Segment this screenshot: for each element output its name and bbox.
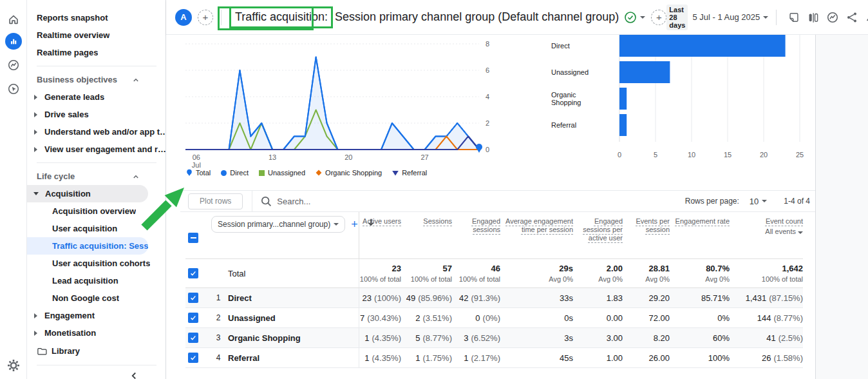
rows-per-page-label: Rows per page: <box>685 197 739 206</box>
reports-sidebar: Reports snapshot Realtime overview Realt… <box>27 0 166 379</box>
row-checkbox[interactable] <box>188 293 198 303</box>
svg-text:8: 8 <box>486 40 489 48</box>
sidebar-item-acquisition[interactable]: Acquisition <box>27 185 148 202</box>
row-index: 4 <box>211 348 225 367</box>
chevron-down-icon <box>334 223 339 226</box>
svg-text:6: 6 <box>486 66 489 74</box>
svg-text:13: 13 <box>269 153 276 161</box>
explore-icon[interactable] <box>5 57 22 73</box>
sidebar-item-view-user-engagement[interactable]: View user engagement and r… <box>27 141 165 158</box>
svg-text:27: 27 <box>420 153 428 161</box>
sidebar-item-monetisation[interactable]: Monetisation <box>27 324 165 342</box>
table-row: 4 Referral 1(4.35%) 1(1.75%) 1(2.17%) 45… <box>185 348 803 368</box>
sidebar-item-engagement[interactable]: Engagement <box>27 307 165 324</box>
add-comparison-button[interactable]: + <box>198 10 213 25</box>
sessions-over-time-line-chart: 0246806Jul132027 <box>182 36 504 168</box>
chevron-down-icon <box>763 16 768 19</box>
expand-right-icon <box>34 331 37 336</box>
svg-text:20: 20 <box>344 153 352 161</box>
row-dimension[interactable]: Organic Shopping <box>225 328 359 347</box>
sidebar-item-traffic-acquisition[interactable]: Traffic acquisition: Session… <box>27 237 148 255</box>
sidebar-item-drive-sales[interactable]: Drive sales <box>27 106 165 123</box>
sidebar-item-lead-acquisition[interactable]: Lead acquisition <box>27 272 165 289</box>
chevron-down-icon <box>762 200 767 202</box>
home-icon[interactable] <box>5 11 22 28</box>
divider <box>221 10 222 25</box>
chevron-down-icon <box>798 231 803 234</box>
total-checkbox[interactable] <box>188 268 198 278</box>
report-content: 0246806Jul132027 0510152025DirectUnassig… <box>166 35 868 379</box>
dimension-selector[interactable]: Session primary...channel group) <box>211 216 345 233</box>
date-range-picker[interactable]: Last 28 days 5 Jul - 1 Aug 2025 <box>666 5 768 30</box>
svg-text:0: 0 <box>486 146 489 153</box>
legend-item-total[interactable]: Total <box>185 169 211 177</box>
channels-table: Session primary...channel group) + Activ… <box>185 212 803 368</box>
notes-icon[interactable] <box>787 10 800 24</box>
legend-item-unassigned[interactable]: Unassigned <box>258 169 305 177</box>
sidebar-item-user-acquisition[interactable]: User acquisition <box>27 220 165 237</box>
plot-rows-button[interactable]: Plot rows <box>188 193 243 209</box>
svg-text:Jul: Jul <box>192 161 201 168</box>
section-business-objectives[interactable]: Business objectives <box>27 71 165 88</box>
ga4-app: Reports snapshot Realtime overview Realt… <box>0 0 868 379</box>
sidebar-item-reports-snapshot[interactable]: Reports snapshot <box>27 9 165 26</box>
add-metric-button[interactable]: + <box>651 10 666 25</box>
legend-item-organic-shopping[interactable]: Organic Shopping <box>315 169 382 177</box>
magic-insights-icon[interactable] <box>864 10 868 24</box>
reports-icon[interactable] <box>5 33 22 50</box>
svg-text:25: 25 <box>796 151 804 159</box>
divider <box>37 162 156 163</box>
share-icon[interactable] <box>845 10 858 24</box>
advertising-icon[interactable] <box>5 81 22 97</box>
sessions-by-channel-bar-chart: 0510152025DirectUnassignedOrganicShoppin… <box>550 35 827 167</box>
row-dimension[interactable]: Referral <box>225 348 359 367</box>
search-input[interactable] <box>277 197 444 206</box>
insights-icon[interactable] <box>826 10 839 24</box>
search-icon <box>260 195 272 208</box>
row-dimension[interactable]: Direct <box>225 288 359 307</box>
rows-per-page-select[interactable]: 10 <box>750 197 767 206</box>
select-all-checkbox[interactable] <box>188 233 198 243</box>
table-total-row: Total 23100% of total 57100% of total 46… <box>185 259 803 288</box>
column-header-engaged-sessions-per-user: Engaged sessions per active user <box>573 212 623 258</box>
diamond-shape-icon <box>315 169 323 177</box>
table-row: 3 Organic Shopping 1(4.35%) 5(8.77%) 3(6… <box>185 328 803 348</box>
divider <box>37 66 156 66</box>
row-checkbox[interactable] <box>188 353 198 363</box>
row-checkbox[interactable] <box>188 313 198 323</box>
legend-item-referral[interactable]: Referral <box>392 169 427 177</box>
settings-icon[interactable] <box>6 358 21 373</box>
sidebar-item-realtime-pages[interactable]: Realtime pages <box>27 44 165 61</box>
collapse-sidebar-icon[interactable] <box>128 370 140 379</box>
title-highlighted: Traffic acquisition: <box>229 6 333 28</box>
sidebar-item-non-google-cost[interactable]: Non Google cost <box>27 289 165 307</box>
sidebar-item-user-acquisition-cohorts[interactable]: User acquisition cohorts <box>27 255 165 272</box>
event-filter-select[interactable]: All events <box>730 228 803 236</box>
sidebar-item-realtime-overview[interactable]: Realtime overview <box>27 26 165 44</box>
row-checkbox[interactable] <box>188 333 198 343</box>
svg-text:10: 10 <box>688 151 695 159</box>
page-title: Traffic acquisition: Session primary cha… <box>229 6 666 28</box>
nav-rail <box>0 0 27 379</box>
sidebar-item-understand-web-app[interactable]: Understand web and/or app t… <box>27 123 165 141</box>
legend-item-direct[interactable]: Direct <box>220 169 249 177</box>
add-dimension-button[interactable]: + <box>351 216 358 233</box>
report-saved-menu[interactable] <box>624 11 645 24</box>
sort-descending-icon[interactable] <box>366 217 376 229</box>
comparison-icon[interactable] <box>806 10 820 24</box>
table-row: 2 Unassigned 7(30.43%) 2(3.51%) 0(0%) 0s… <box>185 308 803 328</box>
circle-shape-icon <box>220 170 227 177</box>
section-life-cycle[interactable]: Life cycle <box>27 168 165 185</box>
title-rest: Session primary channel group (Default c… <box>335 10 619 24</box>
sidebar-item-generate-leads[interactable]: Generate leads <box>27 88 165 106</box>
sidebar-item-library[interactable]: Library <box>27 342 165 360</box>
comparison-avatar[interactable]: A <box>175 9 192 26</box>
total-label: Total <box>225 259 359 287</box>
svg-text:15: 15 <box>724 151 731 159</box>
row-dimension[interactable]: Unassigned <box>225 308 359 327</box>
pin-shape-icon <box>185 169 193 177</box>
column-header-avg-engagement-time: Average engagement time per session <box>500 212 573 258</box>
svg-text:OrganicShopping: OrganicShopping <box>551 91 581 106</box>
sidebar-item-acquisition-overview[interactable]: Acquisition overview <box>27 202 165 220</box>
svg-text:06: 06 <box>193 153 200 161</box>
